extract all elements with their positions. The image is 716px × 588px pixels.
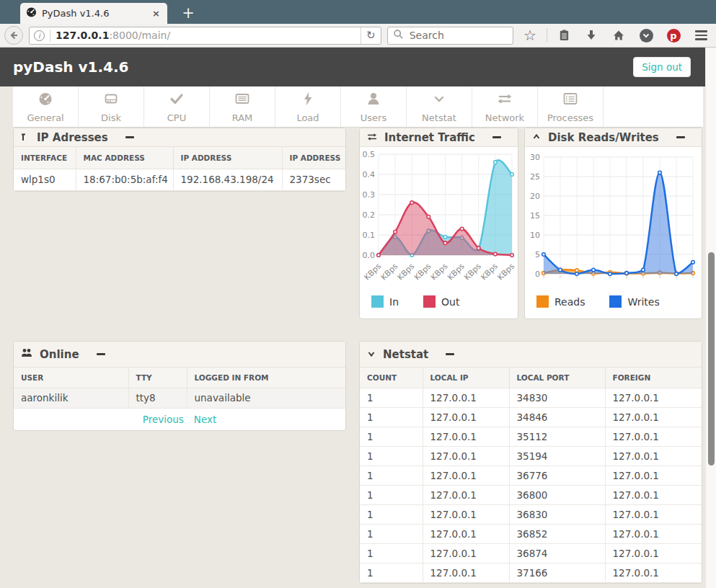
hamburger-icon [695,30,707,40]
sign-out-button[interactable]: Sign out [633,57,691,77]
pinterest-button[interactable]: p [663,26,684,45]
list-icon [562,90,579,110]
table-row: 1127.0.0.136852127.0.0.1 [360,524,702,543]
gauge-icon [37,90,54,110]
svg-text:30: 30 [530,153,540,162]
column-header: LOGGED IN FROM [187,368,346,388]
browser-tab[interactable]: PyDash v1.4.6 × [20,3,167,24]
disk-rw-legend: ReadsWrites [525,291,702,308]
toolbar-divider [547,28,547,43]
column-header: COUNT [360,368,423,388]
reload-button[interactable]: ↻ [361,27,381,45]
traffic-panel-header: Internet Traffic [360,128,518,147]
svg-text:5: 5 [535,250,540,259]
downloads-button[interactable] [580,26,602,45]
url-divider [50,30,50,42]
svg-text:KBps: KBps [495,262,516,282]
online-table: USERTTYLOGGED IN FROM aaronkiliktty8unav… [14,368,346,409]
collapse-button[interactable] [125,136,134,138]
svg-text:25: 25 [530,172,540,182]
browser-toolbar: i 127.0.0.1:8000/main/ ↻ ☆ p [0,24,716,48]
url-text[interactable]: 127.0.0.1:8000/main/ [56,30,361,41]
user-icon [365,90,382,110]
pinterest-icon: p [667,29,681,43]
pocket-button[interactable] [635,26,657,45]
new-tab-button[interactable]: + [176,3,200,23]
netstat-table: COUNTLOCAL IPLOCAL PORTFOREIGN 1127.0.0.… [360,368,702,583]
collapse-button[interactable] [97,353,105,355]
svg-text:0.2: 0.2 [363,210,376,220]
page-scrollbar[interactable] [705,48,716,588]
svg-text:KBps: KBps [479,262,500,282]
column-header: IP ADDRESS [173,147,282,169]
main-nav: General Disk CPU RAM Load Users [13,86,703,128]
url-host: 127.0.0.1 [56,30,109,41]
back-button[interactable] [4,26,23,45]
nav-item-netstat[interactable]: Netstat [407,86,472,127]
search-bar[interactable] [387,27,513,45]
chevron-up-icon [532,130,541,144]
legend-label: Writes [627,296,659,308]
bookmark-star-button[interactable]: ☆ [519,26,541,45]
search-input[interactable] [408,29,495,42]
svg-text:KBps: KBps [396,262,417,282]
nav-item-cpu[interactable]: CPU [144,86,210,127]
panel-title: IP Adresses [37,131,108,144]
tab-close-icon[interactable]: × [151,8,162,19]
panel-title: Netstat [383,348,428,361]
table-row: wlp1s018:67:b0:5b:af:f4192.168.43.198/24… [14,169,346,190]
users-group-icon [21,347,32,361]
internet-traffic-panel: Internet Traffic 0.00.10.20.30.40.5KBpsK… [359,128,518,319]
ip-table: INTERFACEMAC ADDRESSIP ADDRESSIP ADDRESS… [14,147,346,191]
nav-item-general[interactable]: General [13,86,79,127]
column-header: INTERFACE [14,147,76,169]
svg-text:0.1: 0.1 [363,231,376,240]
collapse-button[interactable] [446,353,454,355]
svg-text:0.5: 0.5 [363,150,376,159]
nav-item-load[interactable]: Load [275,86,341,127]
nav-filler [604,86,703,127]
nav-item-disk[interactable]: Disk [79,86,144,127]
check-icon [168,90,185,110]
collapse-button[interactable] [676,136,685,138]
ip-addresses-panel: IP Adresses INTERFACEMAC ADDRESSIP ADDRE… [13,128,346,192]
disk-panel-header: Disk Reads/Writes [525,128,702,147]
legend-item: In [371,295,399,308]
nav-item-users[interactable]: Users [341,86,407,127]
column-header: LOCAL PORT [509,368,605,388]
collapse-button[interactable] [492,136,501,138]
table-row: aaronkiliktty8unavailable [14,388,346,408]
table-row: 1127.0.0.134846127.0.0.1 [360,407,702,427]
bookmarks-list-button[interactable] [553,26,575,45]
nav-item-ram[interactable]: RAM [210,86,275,127]
legend-label: Out [441,296,459,308]
menu-button[interactable] [690,26,712,45]
panel-title: Internet Traffic [384,131,475,144]
table-row: 1127.0.0.135194127.0.0.1 [360,446,702,466]
home-button[interactable] [608,26,629,45]
legend-swatch [423,295,436,308]
legend-item: Writes [609,295,659,308]
previous-link[interactable]: Previous [143,414,184,425]
browser-window: PyDash v1.4.6 × + i 127.0.0.1:8000/main/… [0,0,716,588]
svg-text:0.3: 0.3 [363,190,376,200]
app-header: pyDash v1.4.6 Sign out [0,48,716,86]
netstat-panel: Netstat COUNTLOCAL IPLOCAL PORTFOREIGN 1… [359,341,702,584]
pagination: Previous Next [14,409,345,430]
url-path: :8000/main/ [109,30,170,41]
next-link[interactable]: Next [194,414,216,425]
svg-text:10: 10 [530,231,540,240]
svg-text:15: 15 [530,211,540,220]
nav-item-processes[interactable]: Processes [538,86,604,127]
nav-item-network[interactable]: Network [472,86,538,127]
panel-title: Online [40,348,79,361]
scrollbar-thumb[interactable] [708,252,715,466]
table-row: 1127.0.0.136830127.0.0.1 [360,504,702,524]
ip-panel-header: IP Adresses [14,128,345,147]
url-bar[interactable]: i 127.0.0.1:8000/main/ ↻ [29,27,381,45]
table-row: 1127.0.0.136874127.0.0.1 [360,543,702,563]
info-icon[interactable]: i [34,30,45,41]
table-row: 1127.0.0.136800127.0.0.1 [360,485,702,504]
pocket-icon [640,29,653,43]
column-header: MAC ADDRESS [76,147,173,169]
